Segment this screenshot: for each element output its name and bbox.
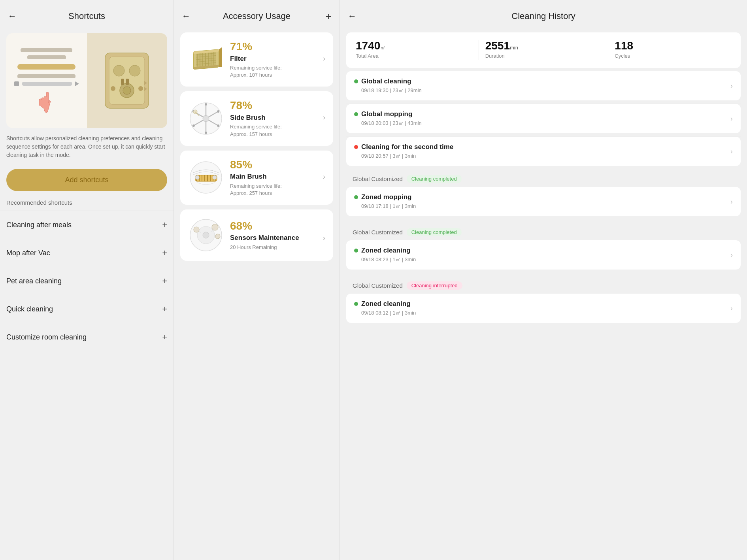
accessory-percent: 71% bbox=[230, 40, 325, 53]
history-chevron-icon: › bbox=[730, 115, 733, 123]
sidebrush-icon bbox=[189, 102, 223, 136]
mock-bar-1 bbox=[21, 48, 72, 52]
mainbrush-icon bbox=[189, 161, 223, 194]
svg-rect-7 bbox=[126, 79, 129, 85]
history-group-header: Global Customized Cleaning completed bbox=[346, 169, 741, 187]
duration-value: 2551min bbox=[485, 40, 602, 51]
accessory-percent: 78% bbox=[230, 99, 325, 112]
accessory-panel: ← Accessory Usage + 71% Filter › Remaini… bbox=[174, 0, 340, 560]
accessory-name-row: Sensors Maintenance › bbox=[230, 234, 325, 242]
history-card-content: Cleaning for the second time 09/18 20:57… bbox=[354, 143, 453, 160]
history-card-content: Global cleaning 09/18 19:30 | 23㎡ | 29mi… bbox=[354, 77, 422, 94]
mock-bar-4 bbox=[22, 82, 72, 86]
accessory-icon-main-brush bbox=[188, 160, 224, 195]
history-card-content: Zoned cleaning 09/18 08:12 | 1㎡ | 3min bbox=[354, 300, 416, 317]
history-group-header: Global Customized Cleaning completed bbox=[346, 222, 741, 240]
history-entry-name: Global cleaning bbox=[361, 77, 411, 85]
accessory-name: Sensors Maintenance bbox=[230, 234, 299, 242]
accessory-name: Filter bbox=[230, 55, 247, 63]
accessory-card-sensors[interactable]: 68% Sensors Maintenance › 20 Hours Remai… bbox=[180, 209, 333, 261]
cycles-value: 118 bbox=[615, 40, 731, 51]
svg-point-39 bbox=[217, 124, 219, 127]
group-label: Global Customized bbox=[353, 175, 403, 182]
accessory-info-filter: 71% Filter › Remaining service life:Appr… bbox=[230, 40, 325, 79]
accessory-chevron-icon: › bbox=[323, 234, 325, 242]
cycles-stat: 118 Cycles bbox=[615, 40, 731, 59]
svg-point-56 bbox=[213, 175, 217, 179]
shortcuts-header: ← Shortcuts bbox=[0, 0, 174, 29]
history-item[interactable]: Zoned cleaning 09/18 08:23 | 1㎡ | 3min › bbox=[346, 240, 741, 270]
hand-pointer-icon bbox=[37, 89, 57, 113]
history-title-row: Global cleaning bbox=[354, 77, 422, 85]
svg-point-2 bbox=[113, 65, 124, 76]
history-item[interactable]: Global mopping 09/18 20:03 | 23㎡ | 43min… bbox=[346, 104, 741, 133]
accessory-description: Remaining service life:Approx. 157 hours bbox=[230, 123, 325, 138]
shortcuts-illustration bbox=[6, 33, 167, 128]
shortcut-label: Quick cleaning bbox=[6, 305, 53, 313]
history-item[interactable]: Global cleaning 09/18 19:30 | 23㎡ | 29mi… bbox=[346, 71, 741, 100]
accessory-percent: 68% bbox=[230, 220, 325, 232]
shortcut-item-quick-cleaning[interactable]: Quick cleaning + bbox=[0, 295, 174, 323]
svg-point-5 bbox=[123, 87, 131, 94]
svg-point-9 bbox=[138, 86, 143, 91]
status-dot bbox=[354, 79, 358, 83]
duration-stat: 2551min Duration bbox=[485, 40, 602, 59]
accessory-card-filter[interactable]: 71% Filter › Remaining service life:Appr… bbox=[180, 32, 333, 87]
filter-icon bbox=[189, 46, 223, 74]
svg-point-59 bbox=[203, 232, 209, 238]
mock-bar-3 bbox=[17, 74, 75, 78]
mock-icon-1 bbox=[14, 81, 19, 86]
history-chevron-icon: › bbox=[730, 198, 733, 206]
history-item[interactable]: Zoned cleaning 09/18 08:12 | 1㎡ | 3min › bbox=[346, 294, 741, 323]
accessory-info-side-brush: 78% Side Brush › Remaining service life:… bbox=[230, 99, 325, 138]
accessory-header: ← Accessory Usage + bbox=[174, 0, 340, 29]
history-group-standalone: Global cleaning 09/18 19:30 | 23㎡ | 29mi… bbox=[346, 71, 741, 169]
shortcut-add-icon: + bbox=[162, 248, 167, 258]
shortcut-item-cleaning-after-meals[interactable]: Cleaning after meals + bbox=[0, 211, 174, 239]
history-entry-meta: 09/18 20:57 | 3㎡ | 3min bbox=[354, 153, 453, 160]
shortcut-item-mop-after-vac[interactable]: Mop after Vac + bbox=[0, 239, 174, 267]
shortcut-item-customize-room-cleaning[interactable]: Customize room cleaning + bbox=[0, 323, 174, 351]
accessory-icon-sensors bbox=[188, 217, 224, 253]
total-area-label: Total Area bbox=[356, 53, 472, 59]
shortcut-add-icon: + bbox=[162, 332, 167, 342]
robot-illustration bbox=[97, 45, 157, 116]
accessory-desc: Remaining service life:Approx. 257 hours bbox=[230, 183, 282, 196]
group-label: Global Customized bbox=[353, 282, 403, 289]
shortcuts-illustration-right bbox=[87, 33, 168, 128]
accessory-info-sensors: 68% Sensors Maintenance › 20 Hours Remai… bbox=[230, 220, 325, 251]
status-dot bbox=[354, 112, 358, 116]
accessory-chevron-icon: › bbox=[323, 113, 325, 122]
accessory-card-side-brush[interactable]: 78% Side Brush › Remaining service life:… bbox=[180, 91, 333, 145]
history-entry-name: Zoned cleaning bbox=[361, 300, 411, 308]
add-shortcuts-button[interactable]: Add shortcuts bbox=[6, 169, 167, 191]
history-title-row: Cleaning for the second time bbox=[354, 143, 453, 151]
history-entry-meta: 09/18 08:23 | 1㎡ | 3min bbox=[354, 256, 416, 263]
group-badge: Cleaning interrupted bbox=[407, 281, 462, 290]
accessory-description: Remaining service life:Approx. 257 hours bbox=[230, 183, 325, 197]
accessory-name-row: Main Brush › bbox=[230, 173, 325, 181]
svg-point-55 bbox=[195, 175, 199, 179]
shortcut-label: Cleaning after meals bbox=[6, 221, 72, 229]
svg-point-3 bbox=[129, 65, 140, 76]
shortcut-item-pet-area-cleaning[interactable]: Pet area cleaning + bbox=[0, 267, 174, 295]
svg-point-40 bbox=[205, 132, 207, 134]
history-item[interactable]: Zoned mopping 09/18 17:18 | 1㎡ | 3min › bbox=[346, 187, 741, 216]
recommended-label: Recommended shortcuts bbox=[0, 199, 174, 211]
status-dot bbox=[354, 302, 358, 306]
history-entry-meta: 09/18 19:30 | 23㎡ | 29min bbox=[354, 87, 422, 94]
history-entry-meta: 09/18 08:12 | 1㎡ | 3min bbox=[354, 309, 416, 317]
accessory-name-row: Side Brush › bbox=[230, 113, 325, 122]
history-title-row: Global mopping bbox=[354, 110, 422, 118]
history-back-button[interactable]: ← bbox=[348, 11, 357, 21]
shortcuts-back-button[interactable]: ← bbox=[8, 11, 17, 21]
accessory-back-button[interactable]: ← bbox=[182, 11, 191, 21]
accessory-name-row: Filter › bbox=[230, 55, 325, 63]
status-dot bbox=[354, 195, 358, 199]
history-item[interactable]: Cleaning for the second time 09/18 20:57… bbox=[346, 137, 741, 166]
accessory-card-main-brush[interactable]: 85% Main Brush › Remaining service life:… bbox=[180, 151, 333, 205]
history-entry-meta: 09/18 17:18 | 1㎡ | 3min bbox=[354, 203, 416, 210]
accessory-description: 20 Hours Remaining bbox=[230, 244, 325, 251]
accessory-add-button[interactable]: + bbox=[326, 10, 332, 23]
status-dot bbox=[354, 145, 358, 149]
